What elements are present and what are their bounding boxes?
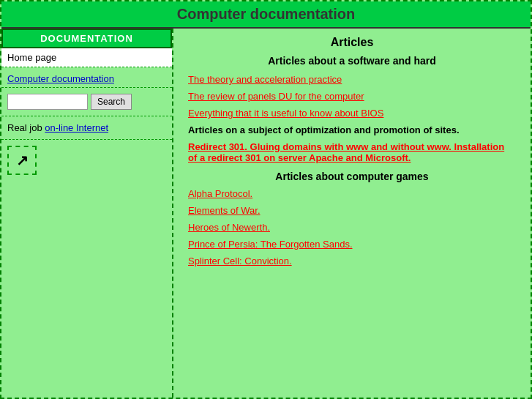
realjob-text: Real job [7, 122, 45, 133]
optimization-text: Articles on a subject of optimization an… [188, 124, 516, 135]
sidebar-top-bar: DOCUMENTATION [1, 29, 172, 48]
search-input[interactable] [7, 94, 88, 110]
article-link-3[interactable]: Everything that it is useful to know abo… [188, 108, 516, 119]
online-internet-link[interactable]: on-line Internet [45, 122, 108, 133]
sidebar-search-row: Search [1, 88, 172, 116]
main-layout: DOCUMENTATION Home page Computer documen… [1, 29, 531, 398]
sidebar: DOCUMENTATION Home page Computer documen… [1, 29, 173, 398]
page-wrapper: Computer documentation DOCUMENTATION Hom… [0, 0, 532, 399]
content-area: Articles Articles about a software and h… [173, 29, 531, 398]
sidebar-realjob: Real job on-line Internet [1, 116, 172, 140]
page-header: Computer documentation [1, 1, 531, 29]
game-link-4[interactable]: Prince of Persia: The Forgotten Sands. [188, 239, 516, 250]
articles-title: Articles [188, 36, 516, 49]
computer-doc-link[interactable]: Computer documentation [7, 73, 114, 84]
game-link-3[interactable]: Heroes of Newerth. [188, 222, 516, 233]
search-button[interactable]: Search [91, 94, 132, 110]
sidebar-home-label: Home page [7, 52, 56, 63]
sidebar-top-label: DOCUMENTATION [40, 33, 133, 44]
article-link-2[interactable]: The review of panels DU for the computer [188, 91, 516, 102]
games-title: Articles about computer games [188, 171, 516, 182]
arrow-icon-box[interactable]: ↗ [7, 146, 37, 175]
header-title: Computer documentation [177, 6, 355, 22]
game-link-5[interactable]: Splinter Cell: Conviction. [188, 256, 516, 266]
game-link-1[interactable]: Alpha Protocol. [188, 188, 516, 199]
arrow-icon: ↗ [16, 152, 29, 169]
game-link-2[interactable]: Elements of War. [188, 205, 516, 216]
article-link-1[interactable]: The theory and acceleration practice [188, 74, 516, 85]
redirect-link[interactable]: Redirect 301. Gluing domains with www an… [188, 141, 516, 163]
sidebar-computer-doc-section: Computer documentation [1, 67, 172, 88]
articles-subtitle: Articles about a software and hard [188, 55, 516, 67]
sidebar-home: Home page [1, 48, 172, 67]
